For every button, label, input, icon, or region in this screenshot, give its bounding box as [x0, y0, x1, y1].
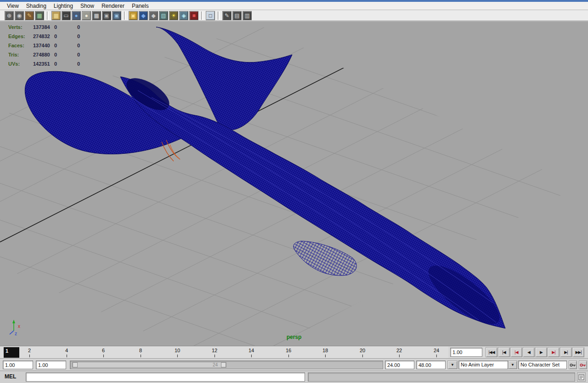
perspective-viewport[interactable]: x z Verts:13738400 Edges:27483200 Faces:…: [0, 21, 588, 346]
mel-command-input[interactable]: [26, 372, 305, 382]
toolbar-separator: [47, 11, 49, 20]
paint-effects-icon[interactable]: ✎: [25, 11, 34, 20]
viewport-canvas[interactable]: x z: [0, 22, 588, 346]
playback-end-field[interactable]: [385, 360, 414, 369]
menu-lighting[interactable]: Lighting: [51, 2, 76, 10]
menu-shading[interactable]: Shading: [23, 2, 50, 10]
use-default-material-icon[interactable]: ▣: [129, 11, 138, 20]
animation-start-field[interactable]: [36, 360, 66, 369]
toolbar-separator: [201, 11, 203, 20]
anim-layer-field[interactable]: No Anim Layer: [458, 360, 508, 369]
character-set-field[interactable]: No Character Set: [518, 360, 567, 369]
auto-keyframe-toggle[interactable]: [579, 360, 587, 369]
isolate-select-icon[interactable]: □: [206, 11, 215, 20]
playback-start-field[interactable]: [3, 360, 33, 369]
toolbar-separator: [218, 11, 220, 20]
hud-label: Tris:: [8, 52, 33, 57]
grease-pencil-icon[interactable]: ✎: [222, 11, 232, 20]
hud-value: 137384: [33, 24, 54, 30]
hud-value: 0: [54, 34, 77, 39]
default-material-icon[interactable]: ▣: [102, 11, 111, 20]
frame-label: 14: [249, 348, 254, 353]
axis-x-label: x: [18, 324, 20, 329]
icon-glyph: ▣: [130, 13, 136, 18]
frame-label: 12: [212, 348, 217, 353]
two-sided-lighting-icon[interactable]: ◈: [179, 11, 188, 20]
icon-glyph: ▥: [244, 13, 249, 18]
go-to-end-button[interactable]: ▶▶|: [572, 347, 584, 357]
icon-glyph: ◆: [151, 13, 155, 18]
hud-label: Faces:: [8, 43, 33, 48]
script-editor-button[interactable]: [577, 372, 586, 382]
range-end-label: 24: [213, 362, 218, 367]
range-end-handle[interactable]: [221, 362, 226, 367]
play-forwards-button[interactable]: ▶: [535, 347, 547, 357]
play-backwards-button[interactable]: ◀: [523, 347, 535, 357]
step-forward-key-button[interactable]: ▶|: [548, 347, 560, 357]
show-manipulators-icon[interactable]: ▦: [35, 11, 44, 20]
film-gate-icon[interactable]: ▭: [62, 11, 71, 20]
menu-panels[interactable]: Panels: [129, 2, 152, 10]
shaded-display-icon[interactable]: ●: [72, 11, 81, 20]
hud-row: UVs:14235100: [8, 59, 96, 68]
command-line-bar: MEL: [0, 371, 588, 383]
hud-row: Tris:27488000: [8, 50, 96, 59]
textured-mode-icon[interactable]: ▣: [112, 11, 121, 20]
frame-label: 16: [286, 348, 291, 353]
icon-glyph: □: [209, 13, 212, 18]
range-slider-trough[interactable]: 24: [70, 360, 383, 369]
multisampling-icon[interactable]: ■: [189, 11, 198, 20]
step-back-frame-button[interactable]: |◀: [498, 347, 510, 357]
set-key-button[interactable]: [569, 360, 577, 369]
mel-language-toggle[interactable]: MEL: [5, 373, 16, 380]
lights-icon[interactable]: ☀: [169, 11, 178, 20]
frame-label: 18: [322, 348, 328, 353]
frame-label: 20: [360, 348, 365, 353]
step-forward-frame-button[interactable]: ▶|: [560, 347, 572, 357]
icon-glyph: ▤: [234, 13, 239, 18]
icon-glyph: ■: [192, 13, 195, 18]
hud-value: 142351: [33, 61, 54, 67]
menu-view[interactable]: View: [4, 2, 22, 10]
menu-renderer[interactable]: Renderer: [98, 2, 128, 10]
anim-layer-dropdown-icon[interactable]: ▼: [508, 360, 517, 369]
shadows-icon[interactable]: ◆: [139, 11, 148, 20]
step-back-key-button[interactable]: |◀: [510, 347, 522, 357]
select-camera-tool-icon[interactable]: ⊕: [5, 11, 14, 20]
motion-blur-icon[interactable]: ▧: [159, 11, 168, 20]
range-start-handle[interactable]: [73, 362, 78, 367]
current-frame-indicator[interactable]: 1: [4, 347, 19, 358]
icon-glyph: ▦: [53, 13, 58, 18]
hud-value: 274880: [33, 52, 54, 57]
icon-glyph: ▭: [63, 13, 68, 18]
animation-end-field[interactable]: [416, 360, 446, 369]
command-result-field[interactable]: [308, 372, 575, 382]
range-slider-active-range[interactable]: 24: [72, 362, 226, 368]
hud-value: 0: [54, 43, 77, 48]
frame-label: 2: [28, 348, 31, 353]
hud-value: 137440: [33, 43, 54, 48]
hud-label: UVs:: [8, 61, 33, 67]
flat-shaded-icon[interactable]: ●: [82, 11, 91, 20]
icon-glyph: ◉: [17, 13, 22, 18]
current-time-field[interactable]: [450, 348, 482, 357]
camera-attributes-icon[interactable]: ▤: [232, 11, 242, 20]
icon-glyph: ✎: [27, 13, 32, 18]
bookmarks-icon[interactable]: ▥: [243, 11, 252, 20]
key-icon: [570, 362, 576, 368]
menu-show[interactable]: Show: [77, 2, 97, 10]
frame-label: 6: [102, 348, 105, 353]
tumble-tool-icon[interactable]: ◉: [15, 11, 24, 20]
heads-up-display: Verts:13738400 Edges:27483200 Faces:1374…: [8, 23, 96, 68]
icon-glyph: ▣: [104, 13, 109, 18]
hud-value: 0: [54, 52, 77, 57]
ambient-occlusion-icon[interactable]: ◆: [149, 11, 158, 20]
icon-glyph: ●: [74, 13, 78, 18]
texture-grid-icon[interactable]: ▦: [51, 11, 61, 20]
go-to-start-button[interactable]: |◀◀: [486, 347, 498, 357]
time-slider-track[interactable]: 1 2 4 6 8 10 12 14 16 18 20 22 24: [0, 346, 448, 358]
playback-options-dropdown-icon[interactable]: ▼: [447, 360, 458, 369]
wireframe-on-shaded-icon[interactable]: ▦: [92, 11, 101, 20]
icon-glyph: ✎: [225, 13, 229, 18]
wireframe-spaceship-model[interactable]: [25, 27, 507, 333]
